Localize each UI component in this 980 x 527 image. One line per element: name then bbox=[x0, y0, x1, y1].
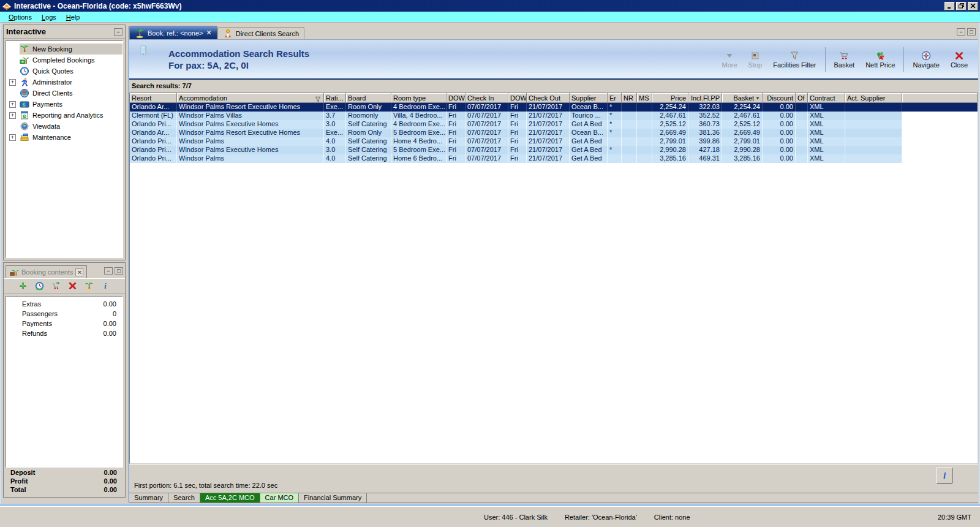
expand-plus-icon[interactable]: + bbox=[9, 134, 16, 141]
nett-price-button[interactable]: Nett Price bbox=[861, 49, 899, 70]
cell-filler bbox=[902, 137, 978, 146]
cell-nr bbox=[622, 120, 637, 129]
navigate-button[interactable]: Navigate bbox=[908, 49, 943, 70]
sidebar-item-maintenance[interactable]: +Maintenance bbox=[6, 132, 123, 143]
sidebar-item-direct-clients[interactable]: Direct Clients bbox=[6, 88, 123, 99]
column-header-check-out[interactable]: Check Out bbox=[527, 93, 570, 103]
bottom-tab-summary[interactable]: Summary bbox=[129, 493, 168, 503]
column-header-price[interactable]: Price bbox=[652, 93, 688, 103]
column-header-contract[interactable]: Contract bbox=[808, 93, 845, 103]
close-button[interactable]: Close bbox=[946, 49, 972, 70]
expand-plus-icon[interactable]: + bbox=[9, 101, 16, 108]
column-header-resort[interactable]: Resort bbox=[130, 93, 177, 103]
cell-er: * bbox=[608, 146, 622, 154]
booking-contents-close-icon[interactable]: ✕ bbox=[75, 268, 83, 276]
column-header-dow[interactable]: DOW bbox=[508, 93, 527, 103]
result-row[interactable]: Orlando Ar...Windsor Palms Resort Execut… bbox=[130, 129, 978, 137]
restore-button[interactable] bbox=[956, 2, 967, 10]
menu-item-help[interactable]: Help bbox=[61, 13, 85, 21]
bottom-tab-financial-summary[interactable]: Financial Summary bbox=[299, 493, 367, 503]
more-icon bbox=[725, 50, 734, 60]
basket-button[interactable]: Basket bbox=[830, 49, 859, 70]
booking-toolbar-add-icon[interactable] bbox=[18, 281, 28, 291]
sidebar-item-payments[interactable]: +$Payments bbox=[6, 99, 123, 110]
result-row[interactable]: Orlando Pri...Windsor Palms4.0Self Cater… bbox=[130, 154, 978, 163]
bottom-tab-search[interactable]: Search bbox=[168, 493, 200, 503]
result-row[interactable]: Orlando Pri...Windsor Palms4.0Self Cater… bbox=[130, 137, 978, 146]
column-filter-icon[interactable] bbox=[314, 94, 322, 102]
column-header-accommodation[interactable]: Accommodation bbox=[177, 93, 324, 103]
column-header-check-in[interactable]: Check In bbox=[466, 93, 508, 103]
tree-item-label: Payments bbox=[32, 100, 62, 108]
tab-book-ref-none[interactable]: Book. ref.: <none>✕ bbox=[129, 26, 217, 39]
menu-bar: OptionsLogsHelp bbox=[0, 12, 980, 23]
booking-toolbar-quote-clock-icon[interactable] bbox=[35, 281, 45, 291]
booking-panel-maximize-button[interactable]: □ bbox=[115, 267, 123, 275]
column-header-er[interactable]: Er bbox=[608, 93, 622, 103]
column-header-basket[interactable]: Basket▼ bbox=[722, 93, 763, 103]
booking-toolbar-palm-tree-icon[interactable] bbox=[85, 281, 94, 291]
column-header-rati[interactable]: Rati... bbox=[324, 93, 346, 103]
result-row[interactable]: Clermont (FL)Windsor Palms Villas3.7Room… bbox=[130, 112, 978, 120]
bottom-tab-acc-5a-2c-mco[interactable]: Acc 5A,2C MCO bbox=[200, 493, 260, 503]
results-grid: ResortAccommodationRati...BoardRoom type… bbox=[129, 93, 978, 464]
status-retailer: Retailer: 'Ocean-Florida' bbox=[565, 514, 637, 521]
main-panel-maximize-button[interactable]: □ bbox=[967, 28, 976, 36]
cell-incl-fl-pp: 427.18 bbox=[688, 146, 722, 154]
column-header-act-supplier[interactable]: Act. Supplier bbox=[845, 93, 902, 103]
sidebar-item-new-booking[interactable]: New Booking bbox=[6, 44, 123, 55]
sidebar-item-reporting-and-analytics[interactable]: +Reporting and Analytics bbox=[6, 110, 123, 121]
menu-item-options[interactable]: Options bbox=[4, 13, 37, 21]
cell-of bbox=[796, 120, 808, 129]
cell-check-out: 21/07/2017 bbox=[527, 103, 570, 112]
expand-plus-icon[interactable]: + bbox=[9, 79, 16, 86]
column-header-dow[interactable]: DOW bbox=[447, 93, 466, 103]
sidebar-item-viewdata[interactable]: Viewdata bbox=[6, 121, 123, 132]
main-panel-minimize-button[interactable]: − bbox=[957, 28, 965, 36]
close-window-button[interactable] bbox=[968, 2, 978, 10]
booking-total-value: 0.00 bbox=[104, 486, 117, 495]
result-row[interactable]: Orlando Pri...Windsor Palms Executive Ho… bbox=[130, 146, 978, 154]
column-header-discount[interactable]: Discount bbox=[763, 93, 796, 103]
booking-contents-tab[interactable]: Booking contents ✕ bbox=[6, 265, 87, 278]
facilities-filter-button[interactable]: Facilities Filter bbox=[769, 49, 820, 70]
expand-plus-icon[interactable]: + bbox=[9, 112, 16, 119]
column-header-nr[interactable]: NR bbox=[622, 93, 637, 103]
tree-item-label: Viewdata bbox=[32, 123, 60, 130]
column-header-supplier[interactable]: Supplier bbox=[570, 93, 608, 103]
sidebar-item-quick-quotes[interactable]: Quick Quotes bbox=[6, 66, 123, 77]
info-button[interactable]: i bbox=[937, 468, 952, 483]
booking-contents-toolbar: i bbox=[4, 278, 125, 294]
minimize-button[interactable] bbox=[944, 2, 955, 10]
cell-nr bbox=[622, 103, 637, 112]
main-panel: Book. ref.: <none>✕Direct Clients Search… bbox=[128, 26, 978, 502]
booking-toolbar-info-icon[interactable]: i bbox=[101, 281, 111, 291]
sidebar-item-completed-bookings[interactable]: Completed Bookings bbox=[6, 55, 123, 66]
cell-nr bbox=[622, 137, 637, 146]
booking-total-label: Deposit bbox=[10, 469, 104, 477]
booking-total-row: Deposit0.00 bbox=[10, 469, 117, 477]
column-header-ms[interactable]: MS bbox=[637, 93, 652, 103]
bottom-tab-car-mco[interactable]: Car MCO bbox=[260, 493, 299, 503]
column-header-room-type[interactable]: Room type bbox=[391, 93, 447, 103]
result-row[interactable]: Orlando Ar...Windsor Palms Resort Execut… bbox=[130, 103, 978, 112]
booking-panel-minimize-button[interactable]: − bbox=[104, 267, 113, 275]
cell-dow: Fri bbox=[447, 146, 466, 154]
result-row[interactable]: Orlando Pri...Windsor Palms Executive Ho… bbox=[130, 120, 978, 129]
column-header-incl-fl-pp[interactable]: Incl.Fl.PP bbox=[688, 93, 722, 103]
booking-toolbar-basket-add-icon[interactable] bbox=[51, 281, 61, 291]
panel-minimize-button[interactable]: − bbox=[114, 28, 123, 36]
cell-resort: Orlando Pri... bbox=[130, 146, 177, 154]
booking-row-value: 0.00 bbox=[104, 330, 116, 339]
column-header-board[interactable]: Board bbox=[346, 93, 391, 103]
tab-close-icon[interactable]: ✕ bbox=[206, 29, 212, 37]
cell-er: * bbox=[608, 103, 622, 112]
menu-item-logs[interactable]: Logs bbox=[37, 13, 61, 21]
tab-direct-clients-search[interactable]: Direct Clients Search bbox=[217, 27, 304, 39]
payments-icon: $ bbox=[20, 99, 29, 109]
column-header-of[interactable]: Of bbox=[796, 93, 808, 103]
sidebar-item-administrator[interactable]: +Administrator bbox=[6, 77, 123, 88]
booking-toolbar-delete-icon[interactable] bbox=[68, 281, 78, 291]
cell-act-supplier bbox=[845, 146, 902, 154]
cell-check-in: 07/07/2017 bbox=[466, 146, 508, 154]
